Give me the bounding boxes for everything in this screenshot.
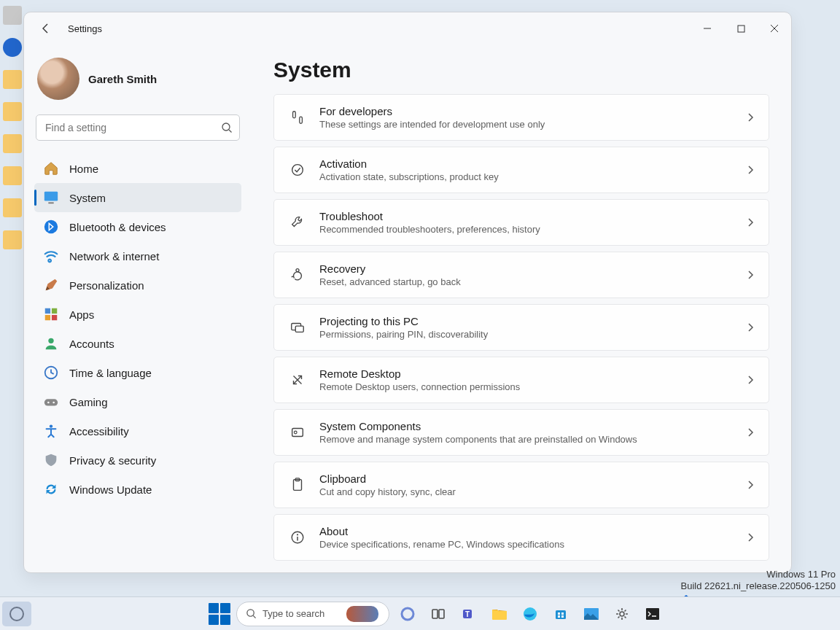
clipboard-icon <box>287 477 308 493</box>
sidebar-item-apps[interactable]: Apps <box>34 300 241 329</box>
card-subtitle: Remote Desktop users, connection permiss… <box>319 381 745 392</box>
svg-rect-11 <box>558 612 560 615</box>
sidebar-item-label: Home <box>69 163 98 175</box>
folder-icon[interactable] <box>3 198 22 217</box>
maximize-button[interactable] <box>724 12 758 44</box>
minimize-button[interactable] <box>691 12 724 44</box>
sidebar-item-label: Accessibility <box>69 425 129 438</box>
titlebar: Settings <box>24 12 791 44</box>
sidebar-item-privacy[interactable]: Privacy & security <box>34 446 241 475</box>
chevron-right-icon <box>745 480 755 490</box>
close-button[interactable] <box>758 12 791 44</box>
back-button[interactable] <box>39 21 53 36</box>
svg-point-2 <box>10 607 23 621</box>
sidebar-item-update[interactable]: Windows Update <box>34 475 241 504</box>
svg-point-9 <box>524 607 537 621</box>
settings-cards-list: For developersThese settings are intende… <box>273 94 769 561</box>
remote-icon <box>287 372 308 388</box>
svg-point-16 <box>620 612 624 616</box>
sync-icon <box>43 481 59 497</box>
folder-icon[interactable] <box>3 166 22 185</box>
settings-button[interactable] <box>610 602 634 626</box>
svg-text:T: T <box>465 610 470 618</box>
window-title: Settings <box>68 23 102 34</box>
folder-icon[interactable] <box>3 134 22 153</box>
sidebar-item-network[interactable]: Network & internet <box>34 241 241 271</box>
card-subtitle: These settings are intended for developm… <box>319 119 745 130</box>
photos-button[interactable] <box>579 602 604 626</box>
settings-card-clipboard[interactable]: ClipboardCut and copy history, sync, cle… <box>273 462 769 508</box>
sidebar-item-label: Gaming <box>69 396 108 408</box>
folder-icon[interactable] <box>3 70 22 89</box>
card-title: About <box>319 525 745 537</box>
settings-card-system-components[interactable]: System ComponentsRemove and manage syste… <box>273 409 769 456</box>
copilot-button[interactable] <box>395 602 420 626</box>
project-icon <box>287 319 308 335</box>
dev-icon <box>287 109 308 125</box>
user-account-button[interactable]: Gareth Smith <box>34 53 241 110</box>
person-icon <box>43 335 59 351</box>
bluetooth-icon <box>43 219 59 235</box>
sidebar-item-gaming[interactable]: Gaming <box>34 387 241 416</box>
settings-card-projecting-to-this-pc[interactable]: Projecting to this PCPermissions, pairin… <box>273 304 769 351</box>
accessibility-icon <box>43 423 59 439</box>
folder-icon[interactable] <box>3 102 22 121</box>
svg-rect-12 <box>561 612 564 615</box>
search-input[interactable] <box>36 114 240 141</box>
card-title: Remote Desktop <box>319 368 745 380</box>
search-highlight-icon <box>346 606 378 622</box>
sidebar-item-label: Network & internet <box>69 250 159 262</box>
search-container <box>36 114 240 141</box>
store-button[interactable] <box>548 602 573 626</box>
taskbar-search[interactable]: Type to search <box>236 602 389 626</box>
widgets-icon <box>9 606 25 622</box>
svg-point-1 <box>222 123 230 131</box>
card-subtitle: Recommended troubleshooters, preferences… <box>319 224 745 235</box>
sidebar-item-bluetooth[interactable]: Bluetooth & devices <box>34 212 241 241</box>
search-icon <box>221 122 233 133</box>
wifi-icon <box>43 248 59 264</box>
sidebar-item-label: Bluetooth & devices <box>69 221 166 233</box>
chevron-right-icon <box>745 427 755 438</box>
sidebar-item-personalization[interactable]: Personalization <box>34 271 241 300</box>
edge-icon[interactable] <box>3 38 22 57</box>
nav-list: HomeSystemBluetooth & devicesNetwork & i… <box>34 154 241 504</box>
search-icon <box>246 608 257 619</box>
settings-card-recovery[interactable]: RecoveryReset, advanced startup, go back <box>273 252 769 298</box>
taskbar-search-placeholder: Type to search <box>262 608 324 619</box>
folder-icon[interactable] <box>3 230 22 249</box>
card-title: Clipboard <box>319 472 745 485</box>
card-title: For developers <box>319 105 745 117</box>
card-subtitle: Activation state, subscriptions, product… <box>319 171 745 182</box>
sidebar-item-system[interactable]: System <box>34 183 241 212</box>
sidebar-item-accessibility[interactable]: Accessibility <box>34 416 241 446</box>
content-area[interactable]: System For developersThese settings are … <box>252 44 791 572</box>
gamepad-icon <box>43 394 59 410</box>
home-icon <box>43 160 59 176</box>
shield-icon <box>43 452 59 468</box>
os-build: Build 22621.ni_release.220506-1250 <box>680 580 836 592</box>
settings-card-troubleshoot[interactable]: TroubleshootRecommended troubleshooters,… <box>273 199 769 246</box>
sidebar-item-label: Privacy & security <box>69 454 156 467</box>
sidebar-item-home[interactable]: Home <box>34 154 241 183</box>
edge-button[interactable] <box>518 602 542 626</box>
chevron-right-icon <box>745 270 755 280</box>
settings-card-activation[interactable]: ActivationActivation state, subscription… <box>273 147 769 193</box>
card-subtitle: Device specifications, rename PC, Window… <box>319 539 745 550</box>
sidebar-item-time[interactable]: Time & language <box>34 358 241 387</box>
file-explorer-button[interactable] <box>487 602 512 626</box>
taskbar: Type to search T <box>0 596 840 630</box>
sidebar-item-label: Accounts <box>69 338 114 350</box>
widgets-button[interactable] <box>2 602 31 626</box>
settings-card-for-developers[interactable]: For developersThese settings are intende… <box>273 94 769 141</box>
page-title: System <box>273 58 769 82</box>
task-view-button[interactable] <box>426 602 451 626</box>
settings-card-remote-desktop[interactable]: Remote DesktopRemote Desktop users, conn… <box>273 357 769 403</box>
recycle-bin-icon[interactable] <box>3 6 22 25</box>
start-button[interactable] <box>209 603 230 625</box>
teams-button[interactable]: T <box>456 602 481 626</box>
sidebar-item-accounts[interactable]: Accounts <box>34 329 241 358</box>
settings-card-about[interactable]: AboutDevice specifications, rename PC, W… <box>273 514 769 561</box>
chevron-right-icon <box>745 532 755 542</box>
terminal-button[interactable] <box>640 602 665 626</box>
